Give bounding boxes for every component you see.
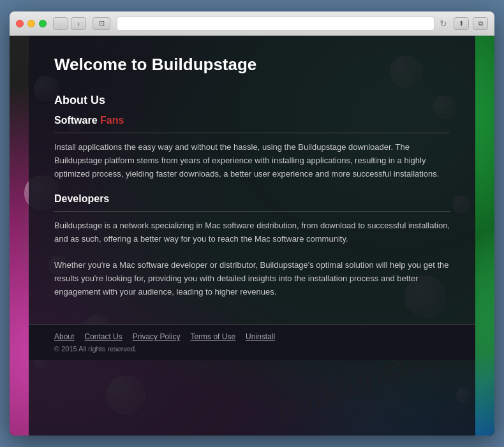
main-content-area: Welcome to Buildupstage About Us Softwar…	[29, 36, 475, 324]
mac-browser-window: ‹ › ⊡ ↻ ⬆ ⧉	[10, 11, 494, 436]
developers-heading: Developers	[54, 193, 450, 205]
software-fans-label-highlight: Fans	[100, 115, 124, 126]
developers-divider	[54, 211, 450, 212]
forward-button[interactable]: ›	[71, 17, 86, 30]
reload-button[interactable]: ↻	[440, 18, 447, 29]
close-button[interactable]	[16, 20, 24, 27]
developers-body1: Buildupstage is a network specializing i…	[54, 219, 450, 246]
software-fans-heading: Software Fans	[54, 115, 450, 126]
footer-link-privacy[interactable]: Privacy Policy	[133, 332, 181, 341]
minimize-button[interactable]	[27, 20, 35, 27]
footer-link-about[interactable]: About	[54, 332, 74, 341]
maximize-button[interactable]	[39, 20, 47, 27]
footer-link-terms[interactable]: Terms of Use	[190, 332, 235, 341]
toolbar-actions: ⬆ ⧉	[454, 17, 488, 30]
page-title: Welcome to Buildupstage	[54, 55, 450, 75]
content-panel: Welcome to Buildupstage About Us Softwar…	[29, 36, 475, 436]
traffic-lights	[16, 20, 47, 27]
footer-copyright: © 2015 All rights reserved.	[54, 345, 450, 353]
developers-body2: Whether you're a Mac software developer …	[54, 259, 450, 298]
about-us-heading: About Us	[54, 94, 450, 107]
sidebar-button[interactable]: ⧉	[473, 17, 488, 30]
developers-label: Developers	[54, 193, 109, 204]
nav-buttons: ‹ ›	[53, 17, 86, 30]
window-content: buildupstage Welcome to Buildupstage Abo…	[10, 36, 494, 436]
software-fans-body: Install applications the easy way and wi…	[54, 141, 450, 180]
back-button[interactable]: ‹	[53, 17, 68, 30]
footer-links: About Contact Us Privacy Policy Terms of…	[54, 332, 450, 341]
footer-link-contact[interactable]: Contact Us	[84, 332, 122, 341]
share-button[interactable]: ⬆	[454, 17, 469, 30]
footer: About Contact Us Privacy Policy Terms of…	[29, 324, 475, 360]
view-button[interactable]: ⊡	[93, 17, 110, 30]
software-fans-label-normal: Software	[54, 115, 100, 126]
software-fans-divider	[54, 133, 450, 133]
address-bar[interactable]	[117, 17, 434, 31]
title-bar: ‹ › ⊡ ↻ ⬆ ⧉	[10, 11, 494, 36]
footer-link-uninstall[interactable]: Uninstall	[246, 332, 275, 341]
